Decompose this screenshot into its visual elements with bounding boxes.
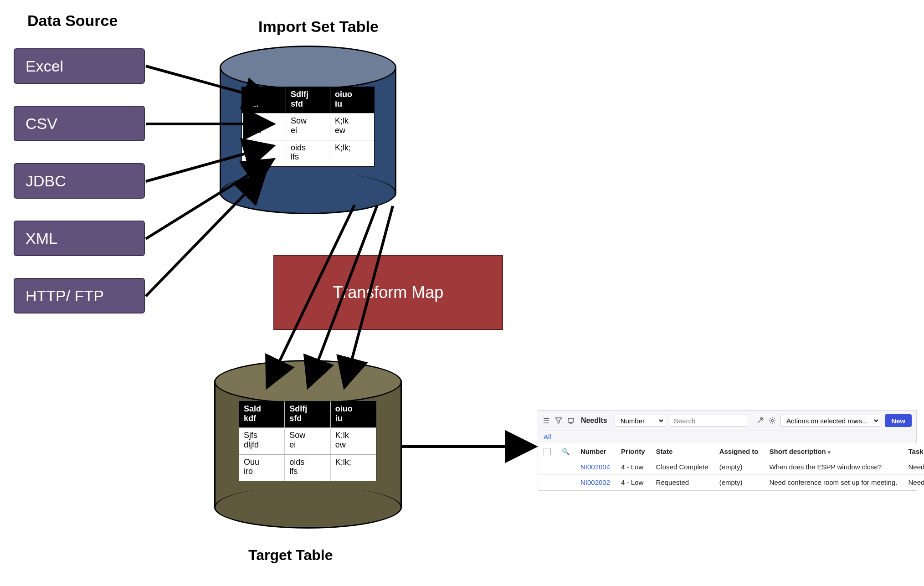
mini-td: Ouu iro bbox=[239, 455, 285, 481]
cell-assigned-to: (empty) bbox=[714, 459, 764, 475]
source-box-xml: XML bbox=[14, 221, 145, 256]
source-box-jdbc: JDBC bbox=[14, 163, 145, 199]
heading-import-set-line1: Import Set Table bbox=[258, 18, 379, 35]
cell-short-description: When does the ESPP window close? bbox=[764, 459, 903, 475]
heading-data-source: Data Source bbox=[27, 12, 118, 30]
mini-th: Sald kdf bbox=[239, 401, 285, 427]
sort-caret-icon: ▾ bbox=[828, 449, 831, 455]
personalize-icon[interactable] bbox=[756, 416, 764, 425]
servicenow-list-panel: ☰ NeedIts Number Actions on selected row… bbox=[538, 410, 917, 491]
col-short-description[interactable]: Short description▾ bbox=[764, 443, 903, 459]
settings-icon[interactable] bbox=[768, 416, 776, 425]
cell-state: Requested bbox=[651, 475, 714, 490]
mini-th: Sdlfj sfd bbox=[286, 87, 330, 113]
source-label: JDBC bbox=[26, 172, 66, 190]
record-table: 🔍 Number Priority State Assigned to Shor… bbox=[538, 443, 924, 490]
source-box-excel: Excel bbox=[14, 48, 145, 84]
mini-td: Sjfs dljfd bbox=[239, 428, 285, 454]
menu-icon[interactable]: ☰ bbox=[543, 416, 550, 425]
col-task-type[interactable]: Task type bbox=[903, 443, 924, 459]
source-box-csv: CSV bbox=[14, 106, 145, 141]
svg-point-1 bbox=[771, 420, 773, 422]
activity-icon[interactable] bbox=[567, 416, 575, 425]
search-input[interactable] bbox=[670, 415, 747, 427]
cell-task-type: NeedIt bbox=[903, 459, 924, 475]
list-title: NeedIts bbox=[581, 416, 607, 425]
cell-number[interactable]: NI002004 bbox=[575, 459, 616, 475]
list-breadcrumb[interactable]: All bbox=[538, 431, 916, 443]
mini-th: oiuo iu bbox=[330, 87, 374, 113]
mini-td: Sow ei bbox=[285, 428, 330, 454]
cell-priority: 4 - Low bbox=[616, 459, 651, 475]
search-field-select[interactable]: Number bbox=[615, 415, 665, 427]
mini-th: Sald kdf bbox=[242, 87, 286, 113]
svg-rect-0 bbox=[568, 418, 574, 422]
mini-td: K;lk ew bbox=[330, 113, 374, 139]
heading-target-table: Target Table bbox=[248, 547, 333, 564]
target-mini-table: Sald kdf Sdlfj sfd oiuo iu Sjfs dljfd So… bbox=[239, 401, 376, 481]
table-header-row: 🔍 Number Priority State Assigned to Shor… bbox=[538, 443, 924, 459]
mini-th: oiuo iu bbox=[331, 401, 376, 427]
transform-map-box: Transform Map bbox=[273, 255, 503, 330]
filter-icon[interactable] bbox=[555, 416, 563, 425]
select-all-checkbox[interactable] bbox=[544, 448, 551, 455]
staging-mini-table: Sald kdf Sdlfj sfd oiuo iu Sjfs dljfd So… bbox=[241, 87, 375, 167]
source-label: XML bbox=[26, 230, 57, 247]
source-box-http-ftp: HTTP/ FTP bbox=[14, 278, 145, 314]
transform-map-label: Transform Map bbox=[333, 283, 444, 302]
col-number[interactable]: Number bbox=[575, 443, 616, 459]
mini-td: K;lk ew bbox=[331, 428, 376, 454]
actions-select[interactable]: Actions on selected rows... bbox=[780, 415, 880, 427]
source-label: CSV bbox=[26, 115, 57, 133]
col-state[interactable]: State bbox=[651, 443, 714, 459]
cell-assigned-to: (empty) bbox=[714, 475, 764, 490]
cell-priority: 4 - Low bbox=[616, 475, 651, 490]
mini-td: Sow ei bbox=[286, 113, 330, 139]
table-row[interactable]: NI0020024 - LowRequested(empty)Need conf… bbox=[538, 475, 924, 490]
mini-td: Ouu iro bbox=[242, 140, 286, 166]
col-priority[interactable]: Priority bbox=[616, 443, 651, 459]
source-label: Excel bbox=[26, 57, 63, 75]
list-toolbar: ☰ NeedIts Number Actions on selected row… bbox=[538, 411, 916, 431]
mini-td: oids lfs bbox=[286, 140, 330, 166]
table-row[interactable]: NI0020044 - LowClosed Complete(empty)Whe… bbox=[538, 459, 924, 475]
col-assigned-to[interactable]: Assigned to bbox=[714, 443, 764, 459]
mini-td: Sjfs dljfd bbox=[242, 113, 286, 139]
mini-td: oids lfs bbox=[285, 455, 330, 481]
cell-short-description: Need conference room set up for meeting. bbox=[764, 475, 903, 490]
new-button[interactable]: New bbox=[885, 414, 912, 427]
cell-state: Closed Complete bbox=[651, 459, 714, 475]
cell-number[interactable]: NI002002 bbox=[575, 475, 616, 490]
search-row-icon[interactable]: 🔍 bbox=[562, 448, 570, 455]
cell-task-type: NeedIt bbox=[903, 475, 924, 490]
mini-th: Sdlfj sfd bbox=[285, 401, 330, 427]
source-label: HTTP/ FTP bbox=[26, 287, 104, 305]
mini-td: K;lk; bbox=[330, 140, 374, 166]
mini-td: K;lk; bbox=[331, 455, 376, 481]
